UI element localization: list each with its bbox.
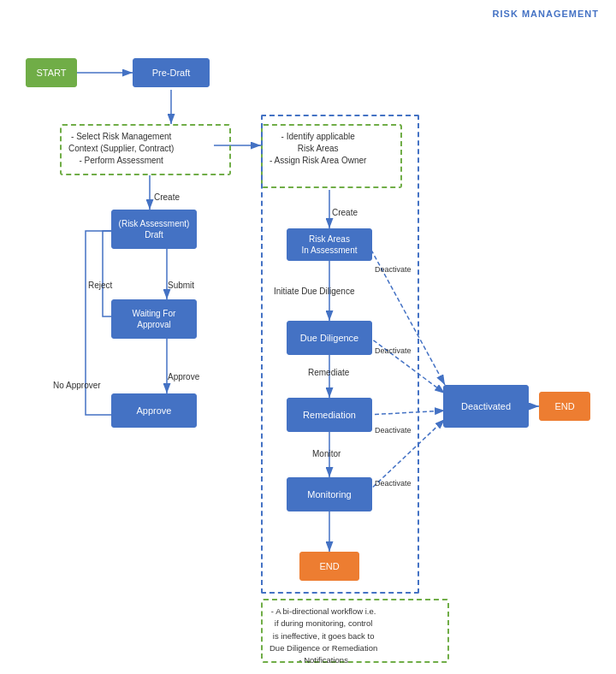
deactivate2-label: Deactivate <box>375 346 412 355</box>
select-context-box: - Select Risk Management Context (Suppli… <box>60 124 231 175</box>
end-right-node: END <box>539 392 590 421</box>
reject-label: Reject <box>88 281 112 290</box>
pre-draft-node: Pre-Draft <box>133 58 210 87</box>
approve-label: Approve <box>168 372 199 381</box>
risk-draft-node: (Risk Assessment) Draft <box>111 210 197 249</box>
start-node: START <box>26 58 77 87</box>
deactivate4-label: Deactivate <box>375 479 412 488</box>
page-title: RISK MANAGEMENT <box>493 9 599 19</box>
deactivate3-label: Deactivate <box>375 426 412 435</box>
deactivate1-label: Deactivate <box>375 265 412 274</box>
flowchart: START Pre-Draft - Select Risk Management… <box>9 26 607 667</box>
submit-label: Submit <box>168 281 194 290</box>
no-approver-label: No Approver <box>53 381 101 390</box>
note-bottom-box: - A bi-directional workflow i.e. if duri… <box>261 599 449 663</box>
deactivated-node: Deactivated <box>443 385 529 428</box>
approve-node: Approve <box>111 393 197 428</box>
waiting-approval-node: Waiting For Approval <box>111 299 197 339</box>
create1-label: Create <box>154 192 180 202</box>
